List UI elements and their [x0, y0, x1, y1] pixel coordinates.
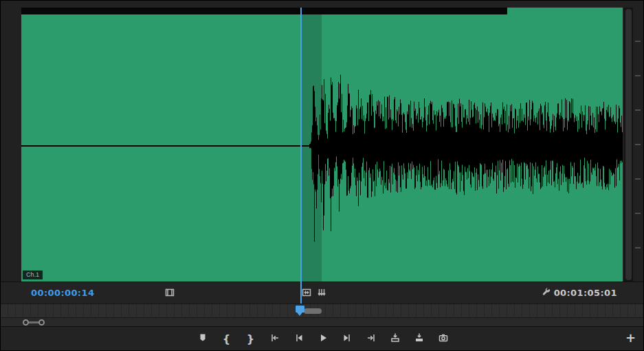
waveform-box-icon: [301, 287, 312, 298]
vertical-scrollbar[interactable]: [624, 8, 633, 281]
waveform-display[interactable]: Ch.1: [21, 8, 623, 281]
time-ruler[interactable]: [1, 304, 644, 318]
level-ruler-ticks: [635, 8, 641, 281]
audio-arrows-icon: [316, 287, 327, 298]
play-icon: [318, 332, 329, 346]
zoom-handle-right[interactable]: [38, 319, 45, 326]
go-to-in-button[interactable]: [269, 334, 280, 345]
play-button[interactable]: [318, 334, 329, 345]
horizontal-scrollbar[interactable]: [1, 317, 644, 327]
marker-icon: [197, 332, 208, 346]
zoom-region-thumb[interactable]: [304, 308, 322, 314]
drag-video-button[interactable]: [164, 287, 175, 298]
step-back-icon: [293, 332, 304, 346]
playhead[interactable]: [300, 8, 302, 304]
overwrite-icon: [414, 332, 425, 346]
camera-icon: [438, 332, 449, 346]
current-timecode[interactable]: 00:00:00:14: [31, 288, 94, 298]
source-monitor-panel: Ch.1 00:00:00:14 00:01:05:01: [0, 0, 644, 351]
transport-toolbar: { }: [1, 326, 644, 351]
overwrite-button[interactable]: [414, 334, 425, 345]
settings-wrench-icon: [541, 287, 552, 298]
playhead-handle[interactable]: [296, 306, 304, 312]
zoom-handle-left[interactable]: [23, 319, 29, 326]
top-black-strip: [21, 8, 507, 14]
button-editor-plus[interactable]: +: [625, 332, 636, 344]
timecode-bar: 00:00:00:14 00:01:05:01: [1, 281, 644, 304]
vertical-scrollbar-thumb[interactable]: [625, 9, 632, 280]
export-frame-button[interactable]: [438, 334, 449, 345]
mark-in-button[interactable]: {: [221, 334, 232, 345]
drag-audio-button[interactable]: [301, 287, 312, 298]
step-back-button[interactable]: [293, 334, 304, 345]
mark-out-button[interactable]: }: [245, 334, 256, 345]
insert-icon: [390, 332, 401, 346]
add-marker-button[interactable]: [197, 334, 208, 345]
film-frame-icon: [164, 287, 175, 298]
audio-waveform: [21, 8, 623, 281]
step-forward-icon: [342, 332, 353, 346]
settings-button[interactable]: [541, 287, 552, 298]
go-to-out-icon: [366, 332, 377, 346]
audio-channels-button[interactable]: [316, 287, 327, 298]
go-to-in-icon: [269, 332, 280, 346]
go-to-out-button[interactable]: [366, 334, 377, 345]
channel-label: Ch.1: [23, 270, 43, 279]
step-forward-button[interactable]: [342, 334, 353, 345]
duration-timecode: 00:01:05:01: [554, 288, 617, 298]
insert-button[interactable]: [390, 334, 401, 345]
